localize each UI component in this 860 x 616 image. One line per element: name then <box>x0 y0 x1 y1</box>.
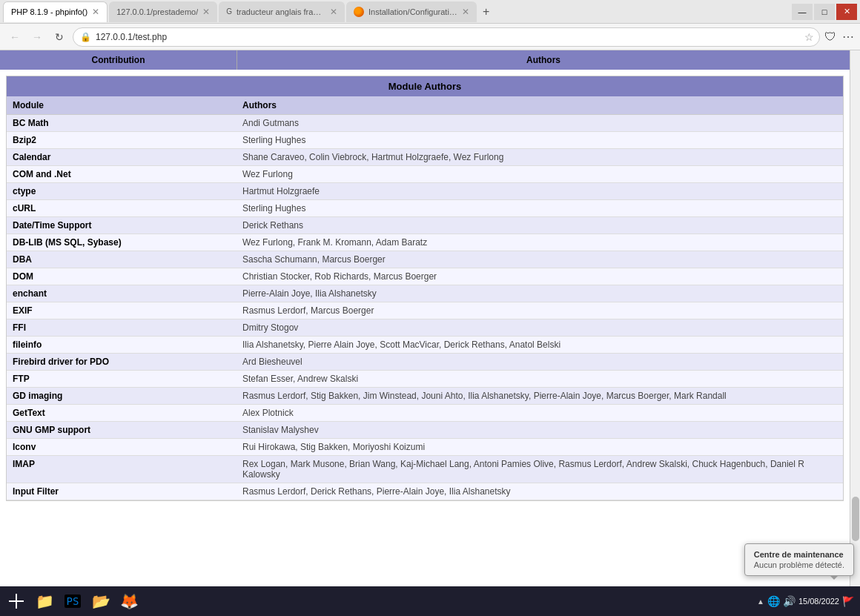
module-name-cell: GD imaging <box>7 388 236 405</box>
tab-traducteur-icon: G <box>226 7 232 16</box>
table-row: fileinfoIlia Alshanetsky, Pierre Alain J… <box>7 337 843 354</box>
module-name-cell: cURL <box>7 200 236 217</box>
taskbar-terminal[interactable]: PS <box>59 588 86 615</box>
tab-prestademo[interactable]: 127.0.0.1/prestademo/ ✕ <box>109 1 217 22</box>
module-name-cell: Date/Time Support <box>7 217 236 234</box>
maintenance-popup: Centre de maintenance Aucun problème dét… <box>744 543 854 576</box>
taskbar-firefox[interactable]: 🦊 <box>116 588 142 615</box>
module-authors-cell: Dmitry Stogov <box>236 319 843 337</box>
volume-icon: 🔊 <box>783 595 796 607</box>
module-authors-section: Module Authors Module Authors BC MathAnd… <box>6 76 844 501</box>
tray-expand-arrow[interactable]: ▲ <box>757 597 764 606</box>
minimize-button[interactable]: — <box>792 4 813 20</box>
table-row: Bzip2Sterling Hughes <box>7 132 843 149</box>
taskbar-folder[interactable]: 📂 <box>87 588 114 615</box>
module-name-cell: EXIF <box>7 302 236 319</box>
tab-traducteur-close[interactable]: ✕ <box>330 7 337 17</box>
module-authors-cell: Stefan Esser, Andrew Skalski <box>236 371 843 388</box>
address-bar: ← → ↻ 🔒 127.0.0.1/test.php ☆ 🛡 ⋯ <box>0 24 860 50</box>
tab-traducteur-label: traducteur anglais francais - <box>236 7 325 16</box>
maximize-button[interactable]: □ <box>814 4 835 20</box>
module-name-cell: FFI <box>7 319 236 337</box>
tab-phpinfo-label: PHP 8.1.9 - phpinfo() <box>11 7 87 16</box>
window-controls: — □ ✕ <box>792 4 857 20</box>
module-authors-cell: Rasmus Lerdorf, Stig Bakken, Jim Winstea… <box>236 388 843 405</box>
firefox-icon: 🦊 <box>120 592 139 610</box>
taskbar-file-explorer[interactable]: 📁 <box>31 588 58 615</box>
scrollbar-track[interactable] <box>850 50 860 586</box>
table-row: EXIFRasmus Lerdorf, Marcus Boerger <box>7 302 843 319</box>
url-bar[interactable]: 🔒 127.0.0.1/test.php <box>73 27 820 47</box>
maintenance-popup-title: Centre de maintenance <box>754 550 844 559</box>
module-authors-cell: Alex Plotnick <box>236 405 843 422</box>
tab-prestademo-label: 127.0.0.1/prestademo/ <box>116 7 198 16</box>
module-authors-cell: Sascha Schumann, Marcus Boerger <box>236 251 843 268</box>
module-authors-table: Module Authors BC MathAndi GutmansBzip2S… <box>7 96 843 500</box>
tab-traducteur[interactable]: G traducteur anglais francais - ✕ <box>219 1 345 22</box>
module-authors-cell: Rasmus Lerdorf, Marcus Boerger <box>236 302 843 319</box>
clock-time: 15/08/2022 <box>798 597 839 606</box>
system-tray: ▲ 🌐 🔊 15/08/2022 🚩 Centre de maintenance… <box>757 595 857 607</box>
module-name-cell: Firebird driver for PDO <box>7 354 236 371</box>
browser-window: PHP 8.1.9 - phpinfo() ✕ 127.0.0.1/presta… <box>0 0 860 616</box>
main-content: Contribution Authors Module Authors Modu… <box>0 50 850 586</box>
module-name-cell: ctype <box>7 183 236 200</box>
module-authors-cell: Rui Hirokawa, Stig Bakken, Moriyoshi Koi… <box>236 439 843 456</box>
tab-prestademo-close[interactable]: ✕ <box>202 7 210 17</box>
module-authors-cell: Rex Logan, Mark Musone, Brian Wang, Kaj-… <box>236 456 843 483</box>
table-row: COM and .NetWez Furlong <box>7 166 843 183</box>
start-button[interactable] <box>3 588 30 615</box>
module-authors-cell: Ard Biesheuvel <box>236 354 843 371</box>
table-row: IMAPRex Logan, Mark Musone, Brian Wang, … <box>7 456 843 483</box>
authors-col-header: Authors <box>237 50 850 70</box>
forward-button[interactable]: → <box>28 28 46 46</box>
scrollbar-thumb[interactable] <box>852 497 859 541</box>
table-row: GetTextAlex Plotnick <box>7 405 843 422</box>
module-name-cell: Iconv <box>7 439 236 456</box>
extensions-icon[interactable]: ⋯ <box>842 30 854 44</box>
module-name-cell: Bzip2 <box>7 132 236 149</box>
table-header-row: Module Authors <box>7 96 843 115</box>
module-name-cell: Input Filter <box>7 483 236 500</box>
module-name-cell: DB-LIB (MS SQL, Sybase) <box>7 234 236 251</box>
module-authors-cell: Wez Furlong, Frank M. Kromann, Adam Bara… <box>236 234 843 251</box>
title-bar: PHP 8.1.9 - phpinfo() ✕ 127.0.0.1/presta… <box>0 0 860 24</box>
security-icon: 🔒 <box>80 32 91 42</box>
file-explorer-icon: 📁 <box>36 592 54 610</box>
module-authors-cell: Pierre-Alain Joye, Ilia Alshanetsky <box>236 285 843 302</box>
module-authors-cell: Christian Stocker, Rob Richards, Marcus … <box>236 268 843 285</box>
module-authors-cell: Sterling Hughes <box>236 200 843 217</box>
url-text: 127.0.0.1/test.php <box>96 32 167 42</box>
table-row: DOMChristian Stocker, Rob Richards, Marc… <box>7 268 843 285</box>
tab-phpinfo[interactable]: PHP 8.1.9 - phpinfo() ✕ <box>3 1 108 22</box>
bookmark-icon[interactable]: ☆ <box>804 31 814 43</box>
table-row: GD imagingRasmus Lerdorf, Stig Bakken, J… <box>7 388 843 405</box>
table-row: ctypeHartmut Holzgraefe <box>7 183 843 200</box>
tab-phpinfo-close[interactable]: ✕ <box>92 7 99 17</box>
tab-installation-label: Installation/Configuration et <box>368 7 457 16</box>
table-row: FTPStefan Esser, Andrew Skalski <box>7 371 843 388</box>
module-authors-title: Module Authors <box>7 76 843 96</box>
table-row: FFIDmitry Stogov <box>7 319 843 337</box>
tab-installation[interactable]: Installation/Configuration et ✕ <box>346 1 477 22</box>
url-bar-container: 🔒 127.0.0.1/test.php ☆ <box>73 27 820 47</box>
reload-button[interactable]: ↻ <box>50 28 68 46</box>
tab-installation-close[interactable]: ✕ <box>462 7 469 17</box>
module-name-cell: DBA <box>7 251 236 268</box>
new-tab-button[interactable]: + <box>478 5 494 19</box>
close-button[interactable]: ✕ <box>836 4 857 20</box>
module-authors-cell: Hartmut Holzgraefe <box>236 183 843 200</box>
maintenance-icon[interactable]: 🚩 <box>842 596 854 607</box>
module-name-cell: DOM <box>7 268 236 285</box>
authors-col-header2: Authors <box>236 96 843 115</box>
module-name-cell: BC Math <box>7 115 236 132</box>
table-row: BC MathAndi Gutmans <box>7 115 843 132</box>
module-col-header: Module <box>7 96 236 115</box>
table-row: CalendarShane Caraveo, Colin Viebrock, H… <box>7 149 843 166</box>
module-authors-cell: Sterling Hughes <box>236 132 843 149</box>
table-row: Date/Time SupportDerick Rethans <box>7 217 843 234</box>
table-row: Firebird driver for PDOArd Biesheuvel <box>7 354 843 371</box>
maintenance-popup-arrow <box>830 575 838 580</box>
back-button[interactable]: ← <box>6 28 24 46</box>
table-row: Input FilterRasmus Lerdorf, Derick Retha… <box>7 483 843 500</box>
